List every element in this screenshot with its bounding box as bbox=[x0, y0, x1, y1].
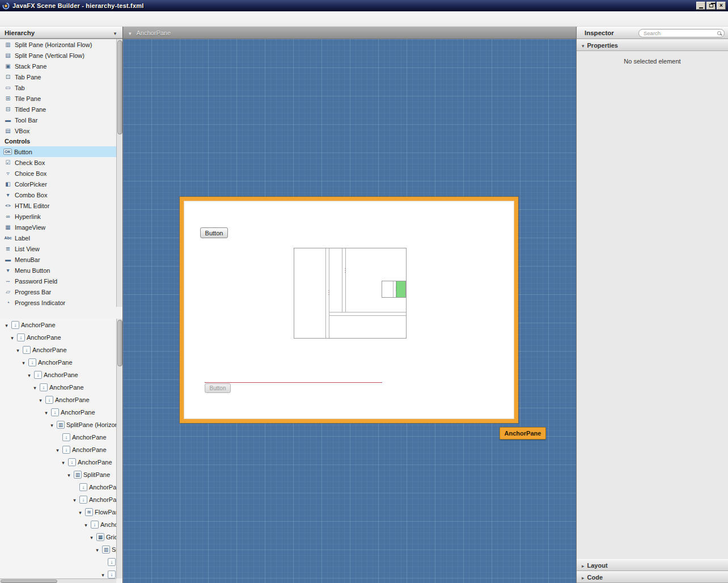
expander-icon[interactable] bbox=[37, 396, 44, 403]
expander-icon[interactable] bbox=[77, 509, 83, 516]
expander-icon[interactable] bbox=[15, 347, 21, 353]
menu-item[interactable] bbox=[46, 16, 57, 21]
library-scrollbar[interactable] bbox=[116, 39, 122, 307]
hierarchy-horizontal-scrollbar-thumb[interactable] bbox=[1, 580, 57, 583]
hierarchy-item[interactable]: ↓ AnchorPane bbox=[0, 556, 116, 568]
hierarchy-item[interactable]: ↓ AnchorPane bbox=[0, 381, 116, 394]
anchorpane-selection-tag[interactable]: AnchorPane bbox=[500, 427, 546, 440]
library-item[interactable]: OK Button bbox=[0, 146, 116, 157]
library-item[interactable]: ▾ Menu Button bbox=[0, 265, 116, 276]
library-item[interactable]: ▿ Choice Box bbox=[0, 168, 116, 179]
menu-item[interactable] bbox=[87, 16, 98, 21]
nested-splitpane[interactable]: ⋮ bbox=[382, 281, 406, 298]
library-item[interactable]: ••• Password Field bbox=[0, 276, 116, 286]
expander-icon[interactable] bbox=[54, 446, 61, 453]
hierarchy-item[interactable]: ↓ AnchorPane bbox=[0, 456, 116, 468]
library-item[interactable]: ▱ Progress Bar bbox=[0, 286, 116, 297]
expander-icon[interactable] bbox=[49, 421, 55, 428]
hierarchy-item[interactable]: ↓ AnchorPane bbox=[0, 493, 116, 506]
expander-icon[interactable] bbox=[26, 371, 32, 378]
library-scrollbar-thumb[interactable] bbox=[117, 40, 122, 134]
minimize-button[interactable] bbox=[696, 2, 705, 10]
restore-button[interactable] bbox=[706, 2, 716, 10]
expander-icon[interactable] bbox=[71, 496, 78, 503]
hierarchy-item[interactable]: ↓ AnchorPane bbox=[0, 331, 116, 344]
hierarchy-item[interactable]: ↓ AnchorPane bbox=[0, 431, 116, 443]
splitpane-divider[interactable]: ⋮ bbox=[325, 248, 329, 338]
library-item[interactable]: ☑ Check Box bbox=[0, 157, 116, 168]
library-item[interactable]: ▬ MenuBar bbox=[0, 254, 116, 265]
hierarchy-item[interactable]: ↓ AnchorPane bbox=[0, 356, 116, 369]
hierarchy-item[interactable]: ↓ AnchorPane bbox=[0, 443, 116, 456]
hierarchy-horizontal-scrollbar[interactable] bbox=[0, 578, 116, 583]
library-item[interactable]: ∞ Hyperlink bbox=[0, 211, 116, 222]
expander-icon[interactable] bbox=[83, 521, 89, 528]
hierarchy-item[interactable]: ▥ SplitPane bbox=[0, 468, 116, 481]
menu-item[interactable] bbox=[67, 16, 77, 21]
hierarchy-item[interactable]: ▥ SplitPane (Horizontal Flow) bbox=[0, 419, 116, 431]
hierarchy-item[interactable]: ▥ SplitPane bbox=[0, 543, 116, 556]
expander-icon[interactable] bbox=[66, 471, 72, 478]
menu-item[interactable] bbox=[36, 16, 46, 21]
menu-item[interactable] bbox=[16, 16, 26, 21]
library-item[interactable]: ▬ Tool Bar bbox=[0, 115, 116, 125]
library-item[interactable]: ◧ ColorPicker bbox=[0, 179, 116, 189]
design-workspace[interactable]: Button ⋮ ⋮ ⋮ Button AnchorPane bbox=[123, 39, 576, 583]
menu-item[interactable] bbox=[26, 16, 36, 21]
library-item[interactable]: ▥ Split Pane (Horizontal Flow) bbox=[0, 39, 116, 50]
canvas-button[interactable]: Button bbox=[200, 227, 228, 238]
library-item[interactable]: <> HTML Editor bbox=[0, 200, 116, 211]
code-section-header[interactable]: Code bbox=[577, 571, 728, 583]
library-item[interactable]: ◔ Progress Indicator bbox=[0, 297, 116, 307]
hierarchy-item[interactable]: ↓ AnchorPane bbox=[0, 394, 116, 406]
splitpane-horizontal-divider[interactable] bbox=[329, 312, 406, 316]
library-item-label: Password Field bbox=[15, 278, 57, 285]
hierarchy-item[interactable]: ↓ AnchorPane bbox=[0, 319, 116, 331]
selection-breadcrumb-bar[interactable]: AnchorPane bbox=[123, 27, 576, 39]
expander-icon[interactable] bbox=[60, 459, 66, 466]
library-item[interactable]: ▤ Split Pane (Vertical Flow) bbox=[0, 50, 116, 61]
hierarchy-item[interactable]: ↓ AnchorPane bbox=[0, 406, 116, 419]
library-item[interactable]: ▾ Combo Box bbox=[0, 189, 116, 200]
expander-icon[interactable] bbox=[43, 409, 49, 416]
library-item[interactable]: ▤ VBox bbox=[0, 125, 116, 136]
hierarchy-scrollbar-thumb[interactable] bbox=[117, 320, 122, 366]
hierarchy-item[interactable]: ↓ AnchorPane bbox=[0, 481, 116, 493]
menu-item[interactable] bbox=[77, 16, 87, 21]
library-item[interactable]: ▣ Stack Pane bbox=[0, 61, 116, 71]
hierarchy-menu-icon[interactable] bbox=[111, 29, 119, 36]
menu-item[interactable] bbox=[57, 16, 67, 21]
expander-icon[interactable] bbox=[32, 384, 38, 391]
hierarchy-item[interactable]: ▦ GridPane bbox=[0, 531, 116, 543]
close-button[interactable]: × bbox=[717, 2, 726, 10]
hierarchy-item[interactable]: ↓ AnchorPane bbox=[0, 568, 116, 578]
app-icon bbox=[2, 2, 10, 10]
chevron-down-icon[interactable] bbox=[129, 29, 132, 36]
inspector-search-input[interactable]: Search bbox=[638, 29, 725, 37]
hierarchy-item[interactable]: ↓ AnchorPane bbox=[0, 369, 116, 381]
canvas-splitpane[interactable]: ⋮ ⋮ ⋮ bbox=[294, 248, 407, 339]
expander-icon[interactable] bbox=[100, 571, 106, 578]
canvas-button[interactable]: Button bbox=[205, 383, 231, 393]
hierarchy-scrollbar[interactable] bbox=[116, 319, 122, 578]
library-item[interactable]: Abc Label bbox=[0, 233, 116, 243]
library-item[interactable]: ⊡ Tab Pane bbox=[0, 71, 116, 82]
hierarchy-item[interactable]: ≋ FlowPane bbox=[0, 506, 116, 518]
library-item[interactable]: ▭ Tab bbox=[0, 82, 116, 93]
hierarchy-item[interactable]: ↓ AnchorPane bbox=[0, 344, 116, 356]
expander-icon[interactable] bbox=[20, 359, 27, 366]
anchorpane-canvas[interactable]: Button ⋮ ⋮ ⋮ Button bbox=[180, 197, 518, 423]
expander-icon[interactable] bbox=[94, 546, 100, 553]
expander-icon[interactable] bbox=[3, 322, 10, 328]
splitpane-divider[interactable]: ⋮ bbox=[342, 248, 346, 312]
hierarchy-item[interactable]: ↓ AnchorPane bbox=[0, 518, 116, 531]
expander-icon[interactable] bbox=[9, 334, 15, 341]
library-item[interactable]: ▦ ImageView bbox=[0, 222, 116, 233]
layout-section-header[interactable]: Layout bbox=[577, 559, 728, 571]
menu-item[interactable] bbox=[6, 16, 16, 21]
library-item[interactable]: ≣ List View bbox=[0, 243, 116, 254]
library-item[interactable]: ⊟ Titled Pane bbox=[0, 104, 116, 115]
library-item[interactable]: ⊞ Tile Pane bbox=[0, 93, 116, 104]
properties-section-header[interactable]: Properties bbox=[577, 39, 728, 51]
expander-icon[interactable] bbox=[88, 534, 95, 540]
